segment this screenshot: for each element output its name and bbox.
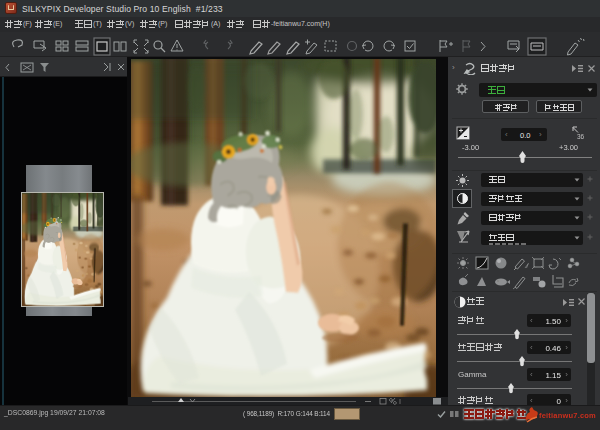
svg-text:36: 36 [577, 133, 585, 140]
